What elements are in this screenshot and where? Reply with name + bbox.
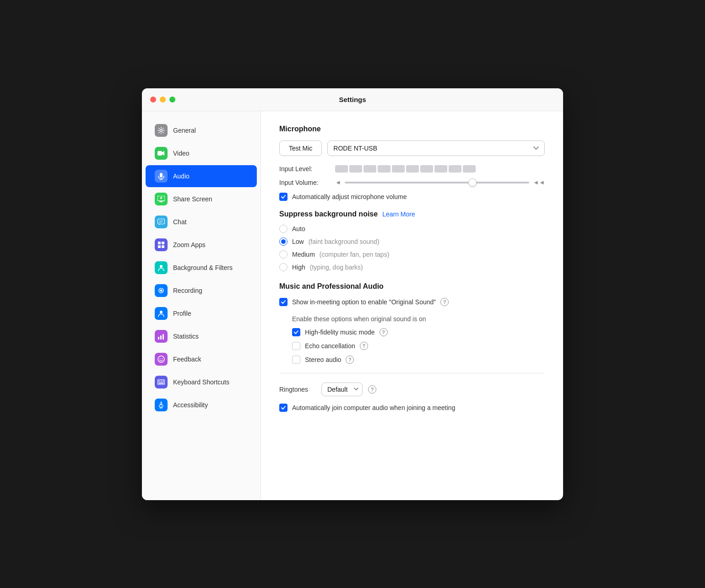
- sidebar-label-zoom-apps: Zoom Apps: [173, 241, 206, 248]
- svg-point-0: [160, 129, 163, 131]
- input-volume-slider[interactable]: [345, 182, 529, 183]
- sidebar-label-background-filters: Background & Filters: [173, 264, 233, 271]
- sidebar-label-general: General: [173, 127, 196, 134]
- radio-low: Low (faint background sound): [279, 237, 545, 246]
- original-sound-row: Show in-meeting option to enable "Origin…: [279, 298, 545, 306]
- statistics-icon: [155, 330, 168, 343]
- auto-join-audio-checkbox[interactable]: [279, 404, 287, 412]
- close-button[interactable]: [150, 97, 156, 102]
- svg-rect-7: [158, 219, 165, 224]
- sidebar-label-recording: Recording: [173, 287, 202, 294]
- sidebar-label-accessibility: Accessibility: [173, 401, 208, 409]
- auto-join-audio-row: Automatically join computer audio when j…: [279, 404, 545, 412]
- radio-low-button[interactable]: [279, 237, 287, 246]
- music-audio-title: Music and Professional Audio: [279, 282, 545, 291]
- auto-adjust-checkbox[interactable]: [279, 193, 287, 201]
- svg-rect-19: [160, 335, 162, 340]
- sidebar-label-profile: Profile: [173, 310, 191, 317]
- input-level-row: Input Level:: [279, 165, 545, 173]
- ringtones-help-icon[interactable]: ?: [368, 385, 376, 394]
- stereo-audio-row: Stereo audio ?: [292, 356, 545, 364]
- level-seg-10: [463, 165, 476, 173]
- section-divider: [279, 373, 545, 373]
- sidebar-label-share-screen: Share Screen: [173, 195, 212, 203]
- high-fidelity-label: High-fidelity music mode: [305, 329, 375, 336]
- learn-more-link[interactable]: Learn More: [382, 210, 415, 218]
- video-icon: [155, 147, 168, 160]
- stereo-audio-checkbox[interactable]: [292, 356, 300, 364]
- level-seg-9: [449, 165, 461, 173]
- original-sound-help-icon[interactable]: ?: [440, 298, 449, 306]
- svg-rect-28: [158, 383, 164, 384]
- sidebar-item-video[interactable]: Video: [146, 142, 257, 164]
- sidebar-label-keyboard-shortcuts: Keyboard Shortcuts: [173, 378, 229, 386]
- sidebar-item-accessibility[interactable]: Accessibility: [146, 394, 257, 416]
- volume-low-icon: ◄: [335, 179, 341, 186]
- radio-high-desc: (typing, dog barks): [310, 264, 363, 271]
- sidebar-item-keyboard-shortcuts[interactable]: Keyboard Shortcuts: [146, 371, 257, 393]
- sidebar-item-recording[interactable]: Recording: [146, 280, 257, 302]
- high-fidelity-checkbox[interactable]: [292, 328, 300, 336]
- echo-cancel-label: Echo cancellation: [305, 342, 355, 350]
- svg-rect-26: [161, 380, 162, 382]
- sidebar-item-share-screen[interactable]: Share Screen: [146, 188, 257, 210]
- sidebar-item-feedback[interactable]: Feedback: [146, 348, 257, 370]
- sidebar-label-statistics: Statistics: [173, 333, 199, 340]
- svg-point-14: [160, 265, 163, 268]
- sidebar-item-statistics[interactable]: Statistics: [146, 325, 257, 347]
- stereo-audio-help-icon[interactable]: ?: [346, 356, 354, 364]
- radio-auto-button[interactable]: [279, 225, 287, 233]
- original-sound-checkbox[interactable]: [279, 298, 287, 306]
- level-seg-4: [378, 165, 390, 173]
- radio-low-desc: (faint background sound): [309, 238, 380, 245]
- microphone-device-select[interactable]: RODE NT-USB: [327, 140, 545, 156]
- sidebar-label-audio: Audio: [173, 173, 190, 180]
- auto-adjust-label: Automatically adjust microphone volume: [292, 193, 407, 200]
- general-icon: [155, 124, 168, 137]
- svg-point-16: [160, 289, 163, 291]
- svg-point-17: [160, 311, 163, 313]
- test-mic-button[interactable]: Test Mic: [279, 140, 322, 156]
- radio-high-button[interactable]: [279, 263, 287, 271]
- share-screen-icon: [155, 193, 168, 205]
- sidebar-label-video: Video: [173, 150, 190, 157]
- ringtones-row: Ringtones Default Classic Modern None ?: [279, 383, 545, 396]
- svg-rect-24: [158, 379, 165, 384]
- input-level-bar: [335, 165, 545, 173]
- level-seg-7: [420, 165, 433, 173]
- sidebar-item-background-filters[interactable]: Background & Filters: [146, 257, 257, 279]
- zoom-apps-icon: [155, 238, 168, 251]
- sidebar-item-general[interactable]: General: [146, 119, 257, 141]
- ringtones-select[interactable]: Default Classic Modern None: [321, 383, 363, 396]
- svg-rect-20: [163, 334, 164, 340]
- chat-icon: [155, 216, 168, 228]
- microphone-section: Microphone Test Mic RODE NT-USB Input Le…: [279, 125, 545, 201]
- audio-icon: [155, 170, 168, 183]
- radio-medium-desc: (computer fan, pen taps): [320, 251, 390, 258]
- volume-slider-container: ◄ ◄◄: [335, 179, 545, 186]
- radio-medium-button[interactable]: [279, 250, 287, 259]
- sidebar-item-profile[interactable]: Profile: [146, 302, 257, 324]
- sidebar-item-zoom-apps[interactable]: Zoom Apps: [146, 234, 257, 256]
- accessibility-icon: [155, 399, 168, 411]
- high-fidelity-help-icon[interactable]: ?: [380, 328, 388, 336]
- level-seg-3: [363, 165, 376, 173]
- sidebar-item-audio[interactable]: Audio: [146, 165, 257, 187]
- echo-cancel-help-icon[interactable]: ?: [360, 342, 368, 350]
- minimize-button[interactable]: [160, 97, 166, 102]
- svg-rect-1: [157, 151, 162, 156]
- echo-cancel-row: Echo cancellation ?: [292, 342, 545, 350]
- echo-cancel-checkbox[interactable]: [292, 342, 300, 350]
- svg-point-29: [161, 401, 162, 403]
- sidebar-item-chat[interactable]: Chat: [146, 211, 257, 233]
- noise-suppress-radio-group: Auto Low (faint background sound) Medium…: [279, 225, 545, 271]
- auto-adjust-row: Automatically adjust microphone volume: [279, 193, 545, 201]
- radio-auto: Auto: [279, 225, 545, 233]
- auto-join-audio-label: Automatically join computer audio when j…: [292, 404, 455, 411]
- maximize-button[interactable]: [169, 97, 175, 102]
- svg-rect-27: [163, 380, 164, 382]
- svg-rect-12: [158, 245, 161, 248]
- recording-icon: [155, 284, 168, 297]
- window-controls: [150, 97, 175, 102]
- level-seg-8: [434, 165, 447, 173]
